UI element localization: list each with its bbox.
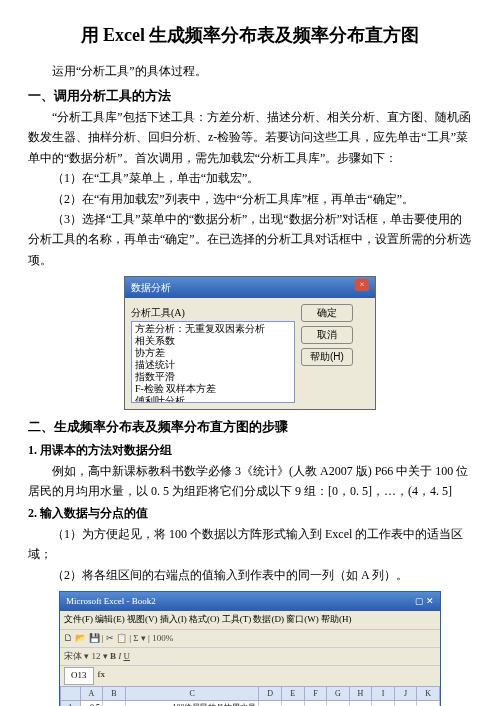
list-item[interactable]: 指数平滑	[133, 371, 293, 383]
excel-cellbar[interactable]: O13 fx	[60, 665, 440, 685]
col-header[interactable]: J	[394, 686, 417, 701]
excel-grid[interactable]: ABCDEFGHIJK 10.5100位居民的月均用水量212.12.521.5…	[60, 686, 440, 706]
step-2-1: （1）为方便起见，将 100 个数据以方阵形式输入到 Excel 的工作表中的适…	[28, 524, 472, 565]
step-2-2: （2）将各组区间的右端点的值输入到作表中的同一列（如 A 列）。	[28, 565, 472, 585]
cell-ref[interactable]: O13	[64, 667, 94, 684]
step-1-1: （1）在“工具”菜单上，单击“加载宏”。	[28, 168, 472, 188]
cell[interactable]	[282, 701, 305, 706]
row-header[interactable]: 1	[61, 701, 81, 706]
col-header[interactable]: A	[80, 686, 103, 701]
list-item[interactable]: 方差分析：无重复双因素分析	[133, 323, 293, 335]
section-2-1-heading: 1. 用课本的方法对数据分组	[28, 440, 472, 460]
cell[interactable]	[349, 701, 372, 706]
col-header[interactable]: K	[417, 686, 440, 701]
excel-title: Microsoft Excel - Book2	[66, 594, 156, 609]
dialog-title: 数据分析	[131, 279, 171, 296]
section-2-2-heading: 2. 输入数据与分点的值	[28, 503, 472, 523]
cell[interactable]: 0.5	[80, 701, 103, 706]
excel-titlebar: Microsoft Excel - Book2 ▢ ✕	[60, 592, 440, 611]
col-header[interactable]: F	[304, 686, 327, 701]
cell[interactable]	[417, 701, 440, 706]
intro-text: 运用“分析工具”的具体过程。	[28, 61, 472, 81]
cancel-button[interactable]: 取消	[301, 326, 353, 344]
excel-toolbar[interactable]: 🗋 📂 💾 | ✂ 📋 | Σ ▾ | 100%	[60, 629, 440, 647]
font-name[interactable]: 宋体	[64, 651, 82, 661]
excel-format-toolbar[interactable]: 宋体 ▾ 12 ▾ B I U	[60, 647, 440, 665]
cell[interactable]	[327, 701, 350, 706]
cell[interactable]	[304, 701, 327, 706]
font-size[interactable]: 12	[92, 651, 101, 661]
step-1-2: （2）在“有用加载宏”列表中，选中“分析工具库”框，再单击“确定”。	[28, 189, 472, 209]
col-header[interactable]: E	[282, 686, 305, 701]
list-item[interactable]: 相关系数	[133, 335, 293, 347]
dialog-titlebar: 数据分析 ×	[125, 277, 375, 298]
list-item[interactable]: 描述统计	[133, 359, 293, 371]
col-header[interactable]	[61, 686, 81, 701]
list-item[interactable]: 傅利叶分析	[133, 395, 293, 403]
window-controls[interactable]: ▢ ✕	[415, 594, 434, 609]
col-header[interactable]: G	[327, 686, 350, 701]
col-header[interactable]: D	[259, 686, 282, 701]
section-2-heading: 二、生成频率分布表及频率分布直方图的步骤	[28, 416, 472, 438]
tools-listbox[interactable]: 方差分析：无重复双因素分析 相关系数 协方差 描述统计 指数平滑 F-检验 双样…	[131, 321, 295, 403]
col-header[interactable]: I	[372, 686, 395, 701]
cell[interactable]	[394, 701, 417, 706]
col-header[interactable]: C	[125, 686, 259, 701]
page-title: 用 Excel 生成频率分布表及频率分布直方图	[28, 20, 472, 51]
excel-window: Microsoft Excel - Book2 ▢ ✕ 文件(F) 编辑(E) …	[59, 591, 441, 706]
list-item[interactable]: F-检验 双样本方差	[133, 383, 293, 395]
step-1-3: （3）选择“工具”菜单中的“数据分析”，出现“数据分析”对话框，单击要使用的分析…	[28, 209, 472, 270]
ok-button[interactable]: 确定	[301, 304, 353, 322]
cell[interactable]: 100位居民的月均用水量	[125, 701, 259, 706]
help-button[interactable]: 帮助(H)	[301, 348, 353, 366]
col-header[interactable]: B	[103, 686, 126, 701]
cell[interactable]	[372, 701, 395, 706]
cell[interactable]	[103, 701, 126, 706]
dialog-label: 分析工具(A)	[131, 304, 295, 321]
list-item[interactable]: 协方差	[133, 347, 293, 359]
example-text: 例如，高中新课标教科书数学必修 3《统计》(人教 A2007 版) P66 中关…	[28, 461, 472, 502]
data-analysis-dialog: 数据分析 × 分析工具(A) 方差分析：无重复双因素分析 相关系数 协方差 描述…	[124, 276, 376, 410]
excel-menubar[interactable]: 文件(F) 编辑(E) 视图(V) 插入(I) 格式(O) 工具(T) 数据(D…	[60, 611, 440, 628]
section-1-para: “分析工具库”包括下述工具：方差分析、描述分析、相关分析、直方图、随机函数发生器…	[28, 107, 472, 168]
section-1-heading: 一、调用分析工具的方法	[28, 85, 472, 107]
col-header[interactable]: H	[349, 686, 372, 701]
cell[interactable]	[259, 701, 282, 706]
close-icon[interactable]: ×	[355, 279, 369, 291]
